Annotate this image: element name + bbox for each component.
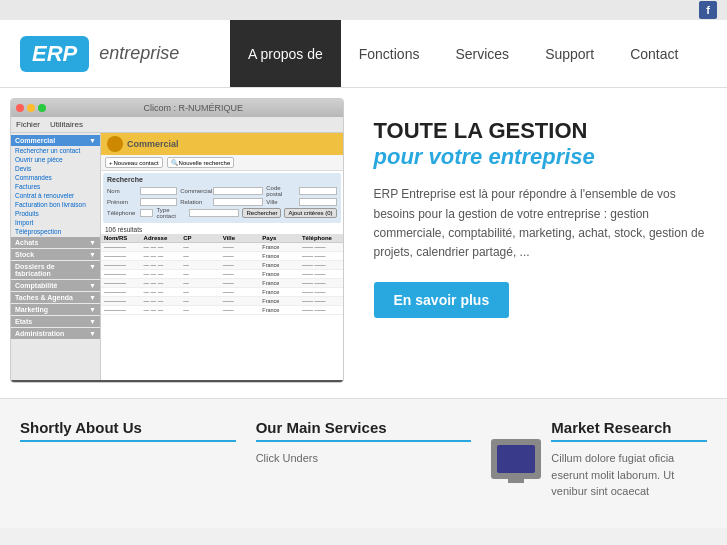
- market-research-col: Market Research Cillum dolore fugiat ofi…: [491, 419, 707, 508]
- hero-title-sub: pour votre entreprise: [374, 144, 708, 170]
- search-button[interactable]: Rechercher: [242, 208, 281, 218]
- table-row[interactable]: ————— — ————France—— ——: [101, 270, 343, 279]
- new-contact-button[interactable]: + Nouveau contact: [105, 157, 163, 168]
- close-dot: [16, 104, 24, 112]
- nav-contact[interactable]: Contact: [612, 20, 696, 87]
- search-panel: Recherche Nom Commercial Code postal Pré: [103, 173, 341, 223]
- codepostal-input[interactable]: [299, 187, 336, 195]
- table-row[interactable]: ————— — ————France—— ——: [101, 252, 343, 261]
- results-table-header: Nom/RS Adresse CP Ville Pays Téléphone: [101, 234, 343, 243]
- menu-utilitaires[interactable]: Utilitaires: [50, 120, 83, 129]
- col-cp: CP: [182, 235, 222, 241]
- app-menubar: Fichier Utilitaires: [11, 117, 343, 133]
- main-nav: A propos de Fonctions Services Support C…: [230, 20, 696, 87]
- sidebar-commercial[interactable]: Commercial ▼: [11, 135, 100, 146]
- app-main-content: Commercial + Nouveau contact 🔍 Nouvelle …: [101, 133, 343, 380]
- typecontact-select[interactable]: [189, 209, 239, 217]
- nav-apropos[interactable]: A propos de: [230, 20, 341, 87]
- sidebar-commandes[interactable]: Commandes: [11, 173, 100, 182]
- monitor-icon-wrap: [491, 439, 541, 500]
- nav-services[interactable]: Services: [437, 20, 527, 87]
- sidebar-import[interactable]: Import: [11, 218, 100, 227]
- sidebar-comptabilite[interactable]: Comptabilité▼: [11, 280, 100, 291]
- results-count: 106 résultats: [101, 225, 343, 234]
- about-us-title: Shortly About Us: [20, 419, 236, 442]
- table-row[interactable]: ————— — ————France—— ——: [101, 288, 343, 297]
- telephone-label: Téléphone: [107, 210, 137, 216]
- app-inner: Commercial ▼ Rechercher un contact Ouvri…: [11, 133, 343, 380]
- col-pays: Pays: [261, 235, 301, 241]
- sidebar-produits[interactable]: Produits: [11, 209, 100, 218]
- hero-text-area: TOUTE LA GESTION pour votre entreprise E…: [354, 88, 728, 398]
- col-nom: Nom/RS: [103, 235, 143, 241]
- table-row[interactable]: ————— — ————France—— ——: [101, 279, 343, 288]
- table-row[interactable]: ————— — ————France—— ——: [101, 297, 343, 306]
- app-sidebar: Commercial ▼ Rechercher un contact Ouvri…: [11, 133, 101, 380]
- monitor-stand: [508, 479, 524, 483]
- sidebar-marketing[interactable]: Marketing▼: [11, 304, 100, 315]
- market-research-inner: Market Research Cillum dolore fugiat ofi…: [491, 419, 707, 500]
- carousel-nav: [11, 380, 343, 383]
- commercial-label: Commercial: [180, 188, 210, 194]
- search-panel-title: Recherche: [107, 176, 337, 183]
- hero-description: ERP Entreprise est là pour répondre à l'…: [374, 185, 708, 262]
- bottom-section: Shortly About Us Our Main Services Click…: [0, 398, 727, 528]
- main-services-col: Our Main Services Click Unders: [256, 419, 472, 508]
- sidebar-etats[interactable]: Etats▼: [11, 316, 100, 327]
- main-services-title: Our Main Services: [256, 419, 472, 442]
- erp-logo[interactable]: ERP: [20, 36, 89, 72]
- table-row[interactable]: ————— — ————France—— ——: [101, 243, 343, 252]
- sidebar-achats[interactable]: Achats▼: [11, 237, 100, 248]
- table-row[interactable]: ————— — ————France—— ——: [101, 261, 343, 270]
- telephone-input[interactable]: [140, 209, 153, 217]
- app-toolbar: + Nouveau contact 🔍 Nouvelle recherche: [101, 155, 343, 171]
- nav-support[interactable]: Support: [527, 20, 612, 87]
- ajout-button[interactable]: Ajout critères (0): [284, 208, 336, 218]
- prenom-input[interactable]: [140, 198, 177, 206]
- sidebar-dossiers[interactable]: Dossiers de fabrication▼: [11, 261, 100, 279]
- commercial-select[interactable]: [213, 187, 263, 195]
- sidebar-taches[interactable]: Taches & Agenda▼: [11, 292, 100, 303]
- ville-input[interactable]: [299, 198, 336, 206]
- sidebar-devis[interactable]: Devis: [11, 164, 100, 173]
- sidebar-ouvrir[interactable]: Ouvrir une pièce: [11, 155, 100, 164]
- codepostal-label: Code postal: [266, 185, 296, 197]
- col-ville: Ville: [222, 235, 262, 241]
- market-research-text-area: Market Research Cillum dolore fugiat ofi…: [551, 419, 707, 500]
- menu-fichier[interactable]: Fichier: [16, 120, 40, 129]
- sidebar-admin[interactable]: Administration▼: [11, 328, 100, 339]
- search-row-3: Téléphone Type contact Rechercher Ajout …: [107, 207, 337, 219]
- sidebar-factures[interactable]: Factures: [11, 182, 100, 191]
- app-window: Fichier Utilitaires Commercial ▼ Recherc…: [11, 117, 343, 383]
- titlebar: Clicom : R-NUMÉRIQUE: [11, 99, 343, 117]
- about-us-col: Shortly About Us: [20, 419, 236, 508]
- new-search-button[interactable]: 🔍 Nouvelle recherche: [167, 157, 235, 168]
- search-row-1: Nom Commercial Code postal: [107, 185, 337, 197]
- minimize-dot: [27, 104, 35, 112]
- content-title: Commercial: [127, 139, 179, 149]
- prenom-label: Prénom: [107, 199, 137, 205]
- table-row[interactable]: ————— — ————France—— ——: [101, 306, 343, 315]
- nom-input[interactable]: [140, 187, 177, 195]
- facebook-icon[interactable]: f: [699, 1, 717, 19]
- window-title: Clicom : R-NUMÉRIQUE: [49, 103, 338, 113]
- hero-screenshot: Clicom : R-NUMÉRIQUE Fichier Utilitaires…: [0, 88, 354, 398]
- logo-area: ERP entreprise: [0, 36, 230, 72]
- sidebar-contrat[interactable]: Contrat à renouveler: [11, 191, 100, 200]
- search-row-2: Prénom Relation Ville: [107, 198, 337, 206]
- monitor-icon: [491, 439, 541, 479]
- hero-title-main: TOUTE LA GESTION: [374, 118, 708, 144]
- sidebar-teleprospection[interactable]: Téléprospection: [11, 227, 100, 236]
- sidebar-rechercher[interactable]: Rechercher un contact: [11, 146, 100, 155]
- sidebar-stock[interactable]: Stock▼: [11, 249, 100, 260]
- col-telephone: Téléphone: [301, 235, 341, 241]
- relation-select[interactable]: [213, 198, 263, 206]
- content-header: Commercial: [101, 133, 343, 155]
- en-savoir-plus-button[interactable]: En savoir plus: [374, 282, 510, 318]
- market-research-desc: Cillum dolore fugiat oficia eserunt moli…: [551, 450, 707, 500]
- market-research-title: Market Research: [551, 419, 707, 442]
- sidebar-facturation[interactable]: Facturation bon livraison: [11, 200, 100, 209]
- enterprise-label: entreprise: [99, 43, 179, 64]
- typecontact-label: Type contact: [156, 207, 186, 219]
- nav-fonctions[interactable]: Fonctions: [341, 20, 438, 87]
